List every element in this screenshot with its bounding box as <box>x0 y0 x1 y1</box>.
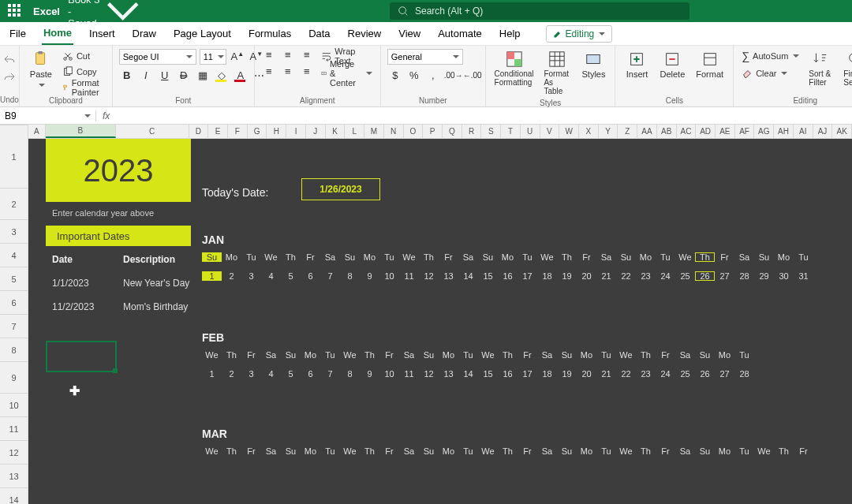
font-size-select[interactable]: 11 <box>200 49 226 65</box>
day-cell[interactable]: 6 <box>301 271 320 281</box>
align-bottom-button[interactable]: ≡ <box>299 49 315 61</box>
day-cell[interactable]: 1 <box>202 369 222 379</box>
align-right-button[interactable]: ≡ <box>299 65 315 77</box>
col-header-D[interactable]: D <box>189 125 209 138</box>
col-header-Z[interactable]: Z <box>618 125 637 138</box>
day-cell[interactable]: 26 <box>695 369 715 379</box>
row-header-9[interactable]: 9 <box>0 362 28 394</box>
day-cell[interactable]: 11 <box>399 369 419 379</box>
row-header-13[interactable]: 13 <box>0 465 28 488</box>
col-header-O[interactable]: O <box>404 125 424 138</box>
day-cell[interactable]: 9 <box>360 369 379 379</box>
col-header-L[interactable]: L <box>345 125 364 138</box>
copy-button[interactable]: Copy <box>61 65 106 79</box>
paste-button[interactable]: Paste <box>26 49 56 91</box>
tab-page-layout[interactable]: Page Layout <box>172 23 233 44</box>
col-header-F[interactable]: F <box>228 125 248 138</box>
day-cell[interactable]: 1 <box>202 271 222 281</box>
cell-styles-button[interactable]: Styles <box>578 49 608 80</box>
day-cell[interactable]: 12 <box>419 271 439 281</box>
day-cell[interactable]: 16 <box>498 369 518 379</box>
day-cell[interactable]: 14 <box>458 271 478 281</box>
col-header-AI[interactable]: AI <box>794 125 813 138</box>
row-header-2[interactable]: 2 <box>0 189 28 220</box>
fx-icon[interactable]: fx <box>96 110 116 121</box>
day-cell[interactable]: 28 <box>734 369 754 379</box>
day-cell[interactable]: 18 <box>537 271 557 281</box>
italic-button[interactable]: I <box>138 69 154 81</box>
col-header-Y[interactable]: Y <box>599 125 618 138</box>
col-header-AG[interactable]: AG <box>754 125 774 138</box>
day-cell[interactable]: 24 <box>656 369 675 379</box>
col-header-M[interactable]: M <box>364 125 384 138</box>
day-cell[interactable]: 5 <box>281 271 301 281</box>
day-cell[interactable]: 11 <box>399 271 419 281</box>
align-middle-button[interactable]: ≡ <box>280 49 296 61</box>
search-box[interactable]: Search (Alt + Q) <box>390 2 689 20</box>
event-date[interactable]: 1/1/2023 <box>52 278 89 289</box>
day-cell[interactable]: 5 <box>281 369 301 379</box>
row-header-5[interactable]: 5 <box>0 267 28 291</box>
row-header-12[interactable]: 12 <box>0 441 28 465</box>
editing-mode-button[interactable]: Editing <box>546 25 613 43</box>
day-cell[interactable]: 27 <box>715 369 734 379</box>
tab-formulas[interactable]: Formulas <box>247 23 293 44</box>
row-header-7[interactable]: 7 <box>0 315 28 338</box>
day-cell[interactable]: 4 <box>261 369 281 379</box>
day-cell[interactable]: 15 <box>478 271 498 281</box>
fill-color-button[interactable]: ◇ <box>214 69 230 81</box>
row-header-8[interactable]: 8 <box>0 338 28 362</box>
format-painter-button[interactable]: Format Painter <box>61 80 106 95</box>
border-button[interactable]: ▦ <box>195 69 211 81</box>
day-cell[interactable]: 10 <box>379 271 399 281</box>
clear-button[interactable]: Clear <box>740 66 801 80</box>
conditional-formatting-button[interactable]: Conditional Formatting <box>492 49 536 88</box>
day-cell[interactable]: 12 <box>419 369 439 379</box>
redo-icon[interactable] <box>3 71 16 84</box>
double-underline-button[interactable]: D <box>176 69 192 81</box>
tab-help[interactable]: Help <box>498 23 522 44</box>
day-cell[interactable]: 26 <box>695 271 715 281</box>
col-header-AB[interactable]: AB <box>657 125 677 138</box>
day-cell[interactable]: 18 <box>537 369 557 379</box>
day-cell[interactable]: 7 <box>320 271 340 281</box>
col-header-AK[interactable]: AK <box>832 125 852 138</box>
decrease-decimal-button[interactable]: ←.00 <box>463 71 479 80</box>
day-cell[interactable]: 14 <box>458 369 478 379</box>
col-header-AE[interactable]: AE <box>716 125 735 138</box>
sheet-content[interactable]: 2023 Enter calendar year above Important… <box>28 139 852 504</box>
col-header-C[interactable]: C <box>116 125 189 138</box>
align-center-button[interactable]: ≡ <box>280 65 296 77</box>
day-cell[interactable]: 13 <box>439 271 458 281</box>
day-cell[interactable]: 20 <box>577 271 596 281</box>
tab-data[interactable]: Data <box>307 23 331 44</box>
col-header-J[interactable]: J <box>306 125 326 138</box>
year-cell[interactable]: 2023 <box>46 139 191 202</box>
day-cell[interactable]: 20 <box>577 369 596 379</box>
col-header-T[interactable]: T <box>501 125 521 138</box>
event-desc[interactable]: New Year's Day <box>123 278 189 289</box>
col-header-AF[interactable]: AF <box>735 125 755 138</box>
day-cell[interactable]: 21 <box>596 369 616 379</box>
bold-button[interactable]: B <box>119 69 135 81</box>
col-header-H[interactable]: H <box>267 125 286 138</box>
day-cell[interactable]: 17 <box>518 271 537 281</box>
align-top-button[interactable]: ≡ <box>261 49 277 61</box>
format-cells-button[interactable]: Format <box>693 49 727 80</box>
col-header-U[interactable]: U <box>521 125 540 138</box>
col-header-AD[interactable]: AD <box>696 125 716 138</box>
day-cell[interactable]: 25 <box>675 271 695 281</box>
row-header-11[interactable]: 11 <box>0 417 28 441</box>
row-header-3[interactable]: 3 <box>0 220 28 244</box>
day-cell[interactable]: 8 <box>340 271 360 281</box>
day-cell[interactable]: 2 <box>222 369 241 379</box>
col-header-G[interactable]: G <box>248 125 267 138</box>
row-header-6[interactable]: 6 <box>0 291 28 315</box>
tab-file[interactable]: File <box>8 23 28 44</box>
number-format-select[interactable]: General <box>387 49 463 65</box>
row-header-1[interactable]: 1 <box>0 125 28 189</box>
day-cell[interactable]: 10 <box>379 369 399 379</box>
day-cell[interactable]: 24 <box>656 271 675 281</box>
col-header-AH[interactable]: AH <box>774 125 794 138</box>
day-cell[interactable]: 3 <box>241 271 261 281</box>
